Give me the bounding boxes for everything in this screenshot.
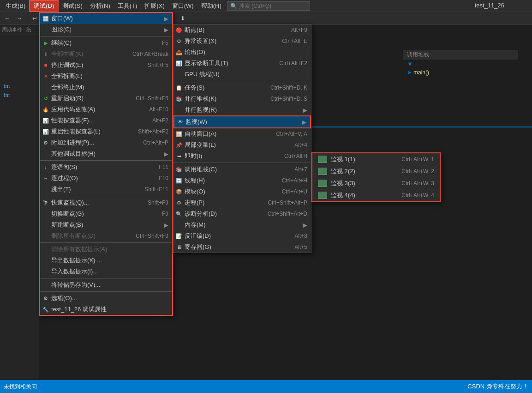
debug-item-properties[interactable]: 🔧 test_11_26 调试属性 [40, 304, 172, 315]
line-2: int [0, 91, 39, 100]
watch-submenu: 监视 1(1) Ctrl+Alt+W, 1 监视 2(2) Ctrl+Alt+W… [311, 152, 441, 202]
status-bar: 未找到相关问 CSDN @专科在努力！ [0, 380, 532, 393]
window-item-diagtools[interactable]: 📊 显示诊断工具(T) Ctrl+Alt+F2 [173, 58, 311, 69]
debug-item-stepinto[interactable]: ↓ 逐语句(S) F11 [40, 162, 172, 173]
debug-item-attach[interactable]: ⚙ 附加到进程(P)... Ctrl+Alt+P [40, 137, 172, 148]
attach-icon: ⚙ [42, 140, 49, 146]
autowindow-icon: 🪟 [175, 131, 183, 137]
output-icon: 📤 [175, 49, 183, 55]
window-item-locals[interactable]: 📌 局部变量(L) Alt+4 [173, 139, 311, 151]
window-item-memory[interactable]: 内存(M) ▶ [173, 219, 311, 230]
memory-arrow: ▶ [303, 222, 307, 229]
detach-icon: ✕ [42, 73, 49, 79]
debug-item-newbp[interactable]: 新建断点(B) ▶ [40, 219, 172, 230]
tasks-icon: 📋 [175, 85, 183, 91]
graphic-submenu-arrow: ▶ [164, 26, 168, 33]
window-item-process[interactable]: ⚙ 进程(P) Ctrl+Shift+Alt+P [173, 197, 311, 208]
sep6 [40, 291, 172, 292]
watch-item-2[interactable]: 监视 2(2) Ctrl+Alt+W, 2 [312, 165, 440, 177]
debug-item-graphic[interactable]: 图形(C) ▶ [40, 24, 172, 35]
menu-generate[interactable]: 生成(B) [2, 1, 29, 11]
othertargets-arrow: ▶ [164, 151, 168, 157]
line-numbers-panel: 周期事件 · 纸 int int [0, 25, 39, 379]
parallelwatch-arrow: ▶ [303, 107, 307, 114]
menu-analyze[interactable]: 分析(N) [86, 1, 114, 11]
menu-debug[interactable]: 调试(D) [29, 0, 59, 12]
diagtools-icon: 📊 [175, 60, 183, 67]
window-item-callstack[interactable]: 📚 调用堆栈(C) Alt+7 [173, 164, 311, 175]
debug-item-togglebp[interactable]: 切换断点(G) F9 [40, 208, 172, 219]
restart-icon: ↺ [42, 96, 49, 102]
watch-item-4[interactable]: 监视 4(4) Ctrl+Alt+W, 4 [312, 189, 440, 201]
window-item-tasks[interactable]: 📋 任务(S) Ctrl+Shift+D, K [173, 82, 311, 93]
diaganalysis-icon: 🔍 [175, 211, 183, 217]
window-item-watch[interactable]: 👁 监视(W) ▶ [173, 115, 311, 128]
debug-item-exporttips[interactable]: 导出数据提示(X) ... [40, 255, 172, 266]
window-item-threads[interactable]: 🔄 线程(H) Ctrl+Alt+H [173, 175, 311, 186]
debug-item-detach[interactable]: ✕ 全部拆离(L) [40, 71, 172, 82]
callstack-indicator: ▼ [407, 60, 413, 67]
quickwatch-icon: 🔭 [42, 200, 49, 206]
watch-arrow: ▶ [302, 119, 306, 126]
status-right: CSDN @专科在努力！ [467, 382, 528, 391]
debug-item-stepover[interactable]: → 逐过程(O) F10 [40, 173, 172, 184]
disassembly-icon: 📝 [175, 233, 183, 239]
window-item-exception[interactable]: ⚙ 异常设置(X) Ctrl+Alt+E [173, 36, 311, 47]
watch-item-1[interactable]: 监视 1(1) Ctrl+Alt+W, 1 [312, 153, 440, 165]
window-item-gputhread[interactable]: GPU 线程(U) [173, 69, 311, 80]
menu-extend[interactable]: 扩展(X) [141, 1, 168, 11]
search-input[interactable] [239, 3, 304, 9]
debug-item-savedump[interactable]: 将转储另存为(V)... [40, 279, 172, 290]
breakall-icon: ⏸ [42, 51, 49, 57]
debug-item-restart[interactable]: ↺ 重新启动(R) Ctrl+Shift+F5 [40, 93, 172, 104]
debug-item-importtips[interactable]: 导入数据提示(I)... [40, 266, 172, 277]
debug-item-window[interactable]: 🪟 窗口(W) ▶ [40, 13, 172, 24]
window-item-output[interactable]: 📤 输出(O) [173, 47, 311, 58]
window-item-immediate[interactable]: ➡ 即时(I) Ctrl+Alt+I [173, 151, 311, 162]
menu-window[interactable]: 窗口(W) [168, 1, 197, 11]
parallelstack-icon: 📚 [175, 96, 183, 102]
debug-item-options[interactable]: ⚙ 选项(O)... [40, 293, 172, 304]
stepinto-icon: ↓ [42, 164, 49, 170]
toolbar-down-arrow[interactable]: ⬇ [177, 13, 188, 24]
toolbar-undo[interactable]: ↩ [29, 13, 40, 24]
perf-icon: 📊 [42, 118, 49, 124]
debug-item-othertargets[interactable]: 其他调试目标(H) ▶ [40, 148, 172, 159]
debug-item-terminate[interactable]: 全部终止(M) [40, 82, 172, 93]
debug-item-quickwatch[interactable]: 🔭 快速监视(Q)... Shift+F9 [40, 197, 172, 208]
callstack-func: main() [413, 69, 429, 76]
toolbar-back[interactable]: ← [2, 13, 13, 24]
debug-item-perf[interactable]: 📊 性能探查器(F)... Alt+F2 [40, 115, 172, 126]
sep3 [40, 196, 172, 196]
sep2 [40, 160, 172, 161]
callstack-panel: 调用堆栈 ▼ ➤ main() [403, 50, 518, 96]
stop-icon: ■ [42, 62, 49, 68]
watch-icon-main: 👁 [176, 119, 184, 125]
window-item-parallelstack[interactable]: 📚 并行堆栈(K) Ctrl+Shift+D, S [173, 93, 311, 104]
debug-item-stepout[interactable]: 跳出(T) Shift+F11 [40, 184, 172, 195]
debug-item-applycode[interactable]: 🔥 应用代码更改(A) Alt+F10 [40, 104, 172, 115]
menu-test[interactable]: 测试(S) [59, 1, 86, 11]
window-item-modules[interactable]: 📦 模块(O) Ctrl+Alt+U [173, 186, 311, 197]
options-icon: ⚙ [42, 296, 49, 302]
callstack-main: ➤ main() [403, 68, 518, 77]
window-item-autowindow[interactable]: 🪟 自动窗口(A) Ctrl+Alt+V, A [173, 128, 311, 139]
search-box[interactable]: 🔍 [227, 1, 310, 11]
watch-item-3[interactable]: 监视 3(3) Ctrl+Alt+W, 3 [312, 177, 440, 189]
window-item-registers[interactable]: 🖥 寄存器(G) Alt+5 [173, 242, 311, 253]
window-item-diaganalysis[interactable]: 🔍 诊断分析(D) Ctrl+Shift+Alt+D [173, 208, 311, 219]
toolbar-fwd[interactable]: → [14, 13, 25, 24]
window-item-parallelwatch[interactable]: 并行监视(R) ▶ [173, 104, 311, 115]
properties-icon: 🔧 [42, 307, 49, 313]
window-item-disassembly[interactable]: 📝 反汇编(D) Alt+8 [173, 230, 311, 242]
window-sep2 [173, 163, 311, 163]
debug-item-continue[interactable]: ▶ 继续(C) F5 [40, 37, 172, 48]
debug-item-stop[interactable]: ■ 停止调试(E) Shift+F5 [40, 60, 172, 71]
debug-item-restartperf[interactable]: 📊 重启性能探查器(L) Shift+Alt+F2 [40, 126, 172, 137]
continue-icon: ▶ [42, 40, 49, 46]
window-item-breakpoints[interactable]: 🔴 断点(B) Alt+F9 [173, 24, 311, 36]
menu-help[interactable]: 帮助(H) [197, 1, 225, 11]
menu-tools[interactable]: 工具(T) [114, 1, 141, 11]
watch2-icon [318, 168, 327, 175]
periodic-panel: 周期事件 · 纸 [0, 25, 39, 35]
